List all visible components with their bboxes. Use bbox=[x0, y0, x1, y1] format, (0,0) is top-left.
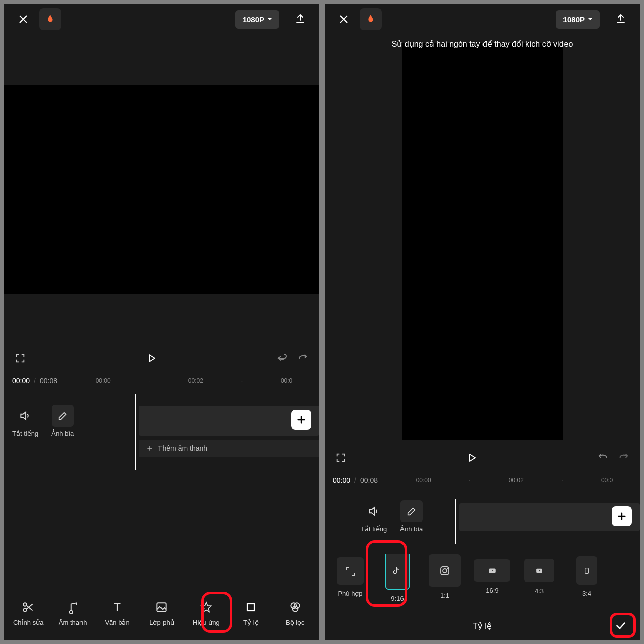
pencil-icon bbox=[57, 410, 68, 421]
fullscreen-button[interactable] bbox=[333, 450, 349, 466]
tool-text[interactable]: Văn bản bbox=[101, 600, 134, 626]
scissors-icon bbox=[22, 601, 35, 614]
resolution-label: 1080P bbox=[563, 15, 585, 24]
video-preview[interactable] bbox=[402, 43, 563, 440]
star-icon bbox=[200, 601, 213, 614]
mute-button[interactable]: Tắt tiếng bbox=[12, 405, 38, 437]
add-clip-button[interactable] bbox=[612, 506, 632, 526]
tool-overlay[interactable]: Lớp phủ bbox=[145, 600, 178, 626]
play-button[interactable] bbox=[143, 350, 159, 366]
total-time: 00:08 bbox=[40, 377, 57, 385]
confirm-button[interactable] bbox=[610, 615, 632, 637]
play-icon bbox=[534, 566, 544, 576]
mute-label: Tắt tiếng bbox=[12, 430, 38, 437]
tool-audio[interactable]: Âm thanh bbox=[56, 600, 90, 626]
svg-point-9 bbox=[447, 568, 448, 569]
flame-button[interactable] bbox=[39, 8, 61, 30]
time-ruler[interactable]: 00:00 · 00:02 · 00:0 bbox=[61, 377, 311, 384]
ratio-title: Tỷ lệ bbox=[473, 621, 492, 631]
svg-rect-3 bbox=[247, 604, 254, 611]
svg-rect-2 bbox=[157, 603, 166, 611]
music-note-icon bbox=[66, 601, 79, 614]
time-ruler[interactable]: 00:00 · 00:02 · 00:0 bbox=[382, 477, 632, 484]
pinch-hint: Sử dụng cả hai ngón tay để thay đổi kích… bbox=[392, 39, 573, 49]
timeline[interactable]: Tắt tiếng Ảnh bìa Thêm âm thanh bbox=[4, 389, 319, 480]
speaker-icon bbox=[367, 505, 380, 518]
redo-button[interactable] bbox=[616, 450, 632, 466]
tool-edit[interactable]: Chỉnh sửa bbox=[12, 600, 45, 626]
total-time: 00:08 bbox=[360, 476, 378, 485]
svg-point-5 bbox=[294, 603, 300, 608]
cover-label: Ảnh bìa bbox=[51, 430, 74, 437]
add-clip-button[interactable] bbox=[291, 410, 311, 430]
fullscreen-button[interactable] bbox=[12, 350, 28, 366]
bottom-toolbar: Chỉnh sửa Âm thanh Văn bản Lớp phủ Hiệu … bbox=[4, 585, 319, 640]
video-preview[interactable] bbox=[4, 85, 319, 294]
export-button[interactable] bbox=[289, 8, 311, 30]
speaker-icon bbox=[19, 409, 32, 422]
time-separator: / bbox=[34, 377, 36, 385]
chevron-down-icon bbox=[588, 17, 593, 22]
add-audio-button[interactable]: Thêm âm thanh bbox=[139, 440, 319, 457]
tool-filter[interactable]: Bộ lọc bbox=[279, 600, 312, 626]
close-button[interactable] bbox=[333, 8, 355, 30]
add-audio-label: Thêm âm thanh bbox=[158, 444, 207, 452]
ratio-panel: Phù hợp 9:16 1:1 16:9 4:3 3:4 bbox=[325, 549, 640, 640]
resolution-label: 1080P bbox=[243, 15, 264, 24]
chevron-down-icon bbox=[267, 17, 272, 22]
image-icon bbox=[155, 601, 168, 614]
ratio-icon bbox=[245, 601, 257, 613]
ratio-16-9[interactable]: 16:9 bbox=[472, 554, 512, 594]
plus-icon bbox=[616, 511, 627, 522]
current-time: 00:00 bbox=[12, 377, 30, 385]
instagram-icon bbox=[439, 565, 451, 577]
plus-icon bbox=[146, 444, 154, 452]
current-time: 00:00 bbox=[333, 476, 350, 485]
tiktok-icon bbox=[392, 565, 403, 576]
ratio-4-3[interactable]: 4:3 bbox=[520, 554, 559, 595]
undo-button[interactable] bbox=[274, 350, 290, 366]
tool-effect[interactable]: Hiệu ứng bbox=[190, 600, 223, 626]
play-button[interactable] bbox=[464, 450, 480, 466]
ratio-3-4[interactable]: 3:4 bbox=[567, 554, 606, 597]
pencil-icon bbox=[406, 506, 417, 517]
redo-button[interactable] bbox=[295, 350, 311, 366]
resolution-button[interactable]: 1080P bbox=[556, 10, 600, 29]
playhead[interactable] bbox=[455, 499, 456, 544]
youtube-icon bbox=[486, 566, 498, 575]
expand-icon bbox=[344, 565, 356, 577]
export-button[interactable] bbox=[610, 8, 632, 30]
rect-icon bbox=[583, 565, 591, 576]
svg-point-8 bbox=[443, 569, 447, 573]
filter-icon bbox=[289, 601, 302, 614]
cover-button[interactable]: Ảnh bìa bbox=[400, 500, 423, 533]
check-icon bbox=[614, 619, 627, 632]
flame-button[interactable] bbox=[360, 8, 382, 30]
timeline[interactable]: Tắt tiếng Ảnh bìa bbox=[325, 489, 640, 549]
undo-button[interactable] bbox=[595, 450, 611, 466]
ratio-1-1[interactable]: 1:1 bbox=[425, 554, 464, 599]
close-button[interactable] bbox=[12, 8, 34, 30]
resolution-button[interactable]: 1080P bbox=[235, 10, 279, 29]
playhead[interactable] bbox=[135, 394, 136, 470]
ratio-fit[interactable]: Phù hợp bbox=[331, 554, 370, 597]
tool-ratio[interactable]: Tỷ lệ bbox=[234, 600, 267, 626]
cover-button[interactable]: Ảnh bìa bbox=[51, 405, 74, 437]
cover-label: Ảnh bìa bbox=[400, 525, 423, 533]
svg-rect-12 bbox=[585, 568, 589, 574]
text-icon bbox=[111, 601, 124, 614]
mute-label: Tắt tiếng bbox=[361, 525, 387, 533]
ratio-9-16[interactable]: 9:16 bbox=[378, 554, 417, 602]
svg-point-6 bbox=[292, 606, 298, 611]
plus-icon bbox=[296, 414, 307, 425]
mute-button[interactable]: Tắt tiếng bbox=[361, 500, 387, 533]
